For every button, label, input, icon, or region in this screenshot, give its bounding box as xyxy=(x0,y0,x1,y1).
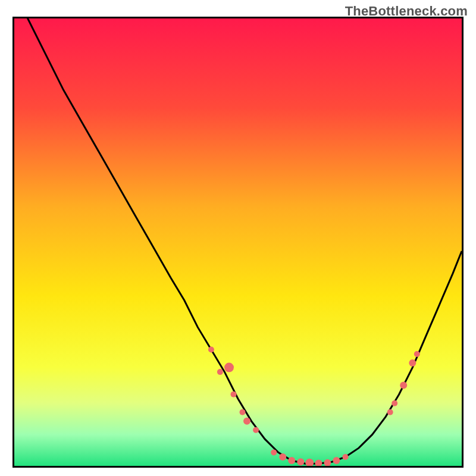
marker-dot xyxy=(224,363,234,372)
marker-dot xyxy=(279,453,286,461)
marker-dot xyxy=(414,351,420,357)
marker-dot xyxy=(343,454,349,460)
marker-dot xyxy=(253,427,259,433)
marker-dot xyxy=(333,457,340,464)
marker-dot xyxy=(271,449,277,455)
marker-dot xyxy=(392,400,397,406)
marker-dot xyxy=(243,418,250,425)
marker-dot xyxy=(288,457,295,464)
marker-dot xyxy=(400,382,407,389)
marker-dot xyxy=(297,458,304,465)
plot-surface xyxy=(14,18,462,466)
marker-dot xyxy=(231,392,237,397)
marker-dot xyxy=(387,409,393,415)
plot-border xyxy=(12,17,464,468)
marker-dot xyxy=(208,347,214,353)
marker-dot xyxy=(240,409,246,415)
marker-dot xyxy=(409,359,416,367)
chart-frame: TheBottleneck.com xyxy=(0,0,476,476)
marker-dot xyxy=(217,369,223,375)
